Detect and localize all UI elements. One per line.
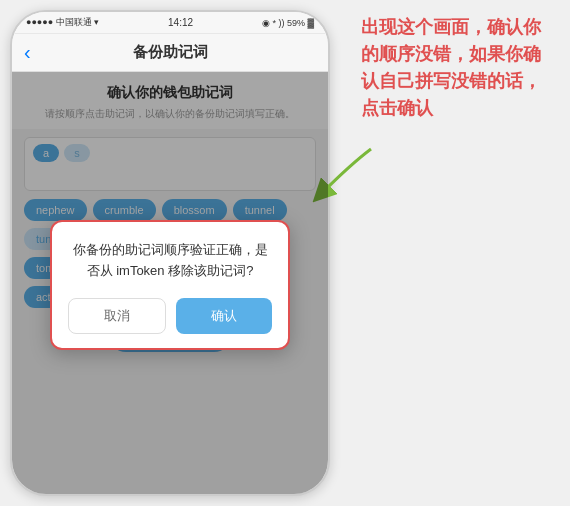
nav-title: 备份助记词 xyxy=(133,43,208,62)
annotation-text: 出现这个画面，确认你的顺序没错，如果你确认自己拼写没错的话，点击确认 xyxy=(361,14,556,122)
back-button[interactable]: ‹ xyxy=(24,41,31,64)
phone-frame: ●●●●● 中国联通 ▾ 14:12 ◉ * )) 59% ▓ ‹ 备份助记词 … xyxy=(10,10,330,496)
status-left: ●●●●● 中国联通 ▾ xyxy=(26,16,99,29)
status-bar: ●●●●● 中国联通 ▾ 14:12 ◉ * )) 59% ▓ xyxy=(12,12,328,34)
clock: 14:12 xyxy=(168,17,193,28)
page-content: 确认你的钱包助记词 请按顺序点击助记词，以确认你的备份助记词填写正确。 a s … xyxy=(12,72,328,496)
modal-overlay: 你备份的助记词顺序验证正确，是否从 imToken 移除该助记词? 取消 确认 xyxy=(12,72,328,496)
status-right: ◉ * )) 59% ▓ xyxy=(262,18,314,28)
modal-buttons: 取消 确认 xyxy=(68,298,272,334)
modal-cancel-button[interactable]: 取消 xyxy=(68,298,166,334)
modal-confirm-button[interactable]: 确认 xyxy=(176,298,272,334)
modal-text: 你备份的助记词顺序验证正确，是否从 imToken 移除该助记词? xyxy=(68,240,272,282)
carrier-text: ●●●●● 中国联通 ▾ xyxy=(26,16,99,29)
battery-text: ◉ * )) 59% ▓ xyxy=(262,18,314,28)
nav-bar: ‹ 备份助记词 xyxy=(12,34,328,72)
annotation-area: 出现这个画面，确认你的顺序没错，如果你确认自己拼写没错的话，点击确认 xyxy=(361,14,556,122)
modal-box: 你备份的助记词顺序验证正确，是否从 imToken 移除该助记词? 取消 确认 xyxy=(50,220,290,350)
